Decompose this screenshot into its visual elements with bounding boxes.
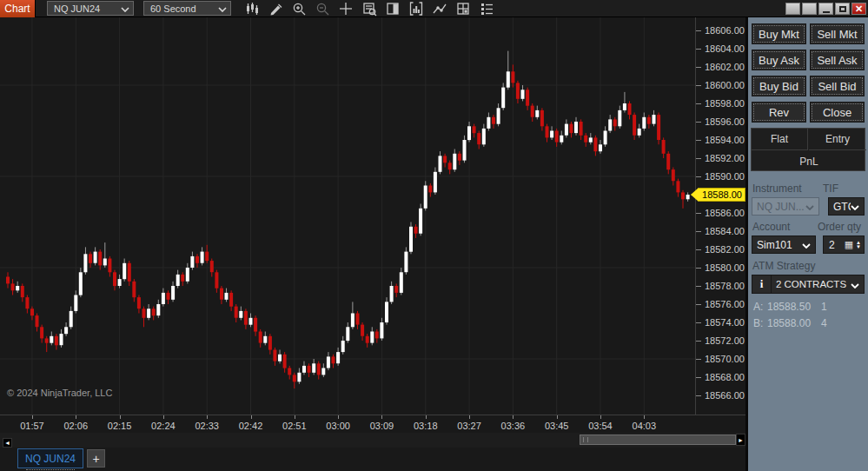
price-tick — [696, 304, 701, 305]
time-tick-label: 03:27 — [450, 421, 488, 431]
price-tick — [696, 30, 701, 31]
sell-mkt-button[interactable]: Sell Mkt — [810, 23, 865, 44]
ask-prefix: A: — [753, 301, 767, 313]
rev-button[interactable]: Rev — [752, 102, 806, 123]
tif-dropdown[interactable]: GTC — [828, 197, 865, 216]
atm-strategy-value: 2 CONTRACTS — [772, 279, 851, 289]
price-tick-label: 18598.00 — [705, 98, 745, 109]
tif-label: TIF — [823, 182, 838, 195]
data-box-icon[interactable] — [361, 1, 378, 17]
maximize-icon[interactable] — [835, 3, 850, 15]
atm-strategy-label: ATM Strategy — [752, 260, 815, 272]
add-tab-button[interactable]: + — [87, 449, 105, 468]
price-tick-label: 18590.00 — [705, 171, 745, 182]
price-tick — [696, 140, 701, 141]
panel-instrument-dropdown[interactable]: NQ JUN... — [752, 197, 819, 216]
interval-dropdown[interactable]: 60 Second — [143, 1, 231, 16]
time-tick-label: 02:42 — [232, 421, 270, 431]
instrument-dropdown[interactable]: NQ JUN24 — [47, 1, 134, 16]
time-tick — [513, 415, 514, 419]
time-tick-label: 03:45 — [538, 421, 576, 431]
toolbar-icons — [243, 1, 495, 17]
window-tab-button-1[interactable] — [785, 3, 800, 15]
time-tick-label: 03:00 — [319, 421, 357, 431]
zoom-out-icon[interactable] — [314, 1, 331, 17]
sell-ask-button[interactable]: Sell Ask — [810, 50, 865, 70]
price-tick — [696, 103, 701, 104]
chevron-down-icon — [851, 201, 859, 213]
chart-scrollbar: ◄ ► — [0, 433, 745, 448]
flat-button[interactable]: Flat — [752, 129, 808, 150]
price-axis[interactable]: 18566.0018568.0018570.0018572.0018574.00… — [695, 17, 745, 415]
ask-size: 1 — [821, 301, 827, 313]
buy-bid-button[interactable]: Buy Bid — [752, 76, 806, 96]
price-tick — [696, 322, 701, 323]
grid-icon[interactable] — [454, 1, 472, 17]
indicators-icon[interactable] — [407, 1, 425, 17]
time-tick-label: 03:18 — [407, 421, 445, 431]
crosshair-icon[interactable] — [337, 1, 354, 17]
drawing-tools-icon[interactable] — [431, 1, 448, 17]
chart-plot-area[interactable]: © 2024 NinjaTrader, LLC — [0, 17, 695, 415]
close-icon[interactable]: ✕ — [851, 3, 866, 15]
price-tick-label: 18586.00 — [705, 208, 745, 218]
time-tick — [207, 415, 208, 419]
chart-trader-icon[interactable] — [384, 1, 401, 17]
time-tick — [381, 415, 382, 419]
scroll-right-icon[interactable]: ► — [736, 434, 745, 446]
price-tick-label: 18574.00 — [705, 317, 745, 328]
buy-mkt-button[interactable]: Buy Mkt — [752, 23, 806, 44]
price-tick — [696, 286, 701, 287]
price-tick-label: 18594.00 — [705, 135, 745, 145]
minimize-icon[interactable] — [818, 3, 833, 15]
time-tick-label: 02:24 — [144, 421, 182, 431]
price-tick-label: 18600.00 — [705, 80, 745, 90]
chart-window-tab[interactable]: Chart — [0, 0, 36, 17]
bid-prefix: B: — [753, 317, 767, 329]
entry-button[interactable]: Entry — [809, 129, 866, 150]
tab-nq-jun24[interactable]: NQ JUN24 — [17, 448, 83, 468]
time-axis[interactable]: 01:5702:0602:1502:2402:3302:4202:5103:00… — [0, 415, 745, 433]
price-tick — [696, 213, 701, 214]
price-tick — [696, 231, 701, 232]
buy-ask-button[interactable]: Buy Ask — [752, 50, 806, 70]
time-tick — [644, 415, 645, 419]
instrument-dropdown-value: NQ JUN24 — [54, 3, 116, 14]
interval-dropdown-value: 60 Second — [150, 3, 213, 14]
account-label: Account — [752, 221, 790, 233]
chevron-down-icon — [851, 276, 859, 292]
price-tick — [696, 85, 701, 86]
window-tab-button-2[interactable] — [802, 3, 817, 15]
order-qty-label: Order qty — [818, 221, 861, 233]
time-tick — [76, 415, 76, 419]
price-tick — [696, 359, 701, 360]
time-tick — [251, 415, 252, 419]
time-tick — [32, 415, 33, 419]
tif-value: GTC — [833, 201, 851, 213]
close-button[interactable]: Close — [810, 102, 865, 123]
order-qty-value: 2 — [829, 239, 845, 251]
scroll-left-icon[interactable]: ◄ — [3, 438, 12, 448]
sell-bid-button[interactable]: Sell Bid — [810, 76, 865, 96]
draw-icon[interactable] — [267, 1, 284, 17]
spinner-down-icon[interactable]: ▼ — [856, 245, 861, 249]
chart-style-icon[interactable] — [243, 1, 261, 17]
pnl-button[interactable]: PnL — [752, 151, 866, 172]
scrollbar-thumb[interactable] — [580, 435, 736, 445]
chevron-down-icon — [218, 3, 227, 14]
zoom-in-icon[interactable] — [290, 1, 308, 17]
calculator-icon[interactable]: ▦ — [845, 239, 853, 250]
atm-strategy-dropdown[interactable]: i 2 CONTRACTS — [752, 275, 865, 294]
tab-focus-indicator — [26, 469, 75, 470]
time-tick — [600, 415, 601, 419]
order-qty-stepper[interactable]: 2 ▦ ▲ ▼ — [823, 236, 865, 254]
window-controls: ✕ — [785, 3, 866, 15]
time-tick-label: 02:33 — [188, 421, 226, 431]
data-series-icon[interactable] — [478, 1, 495, 17]
price-tick-label: 18596.00 — [705, 116, 745, 127]
price-tick-label: 18602.00 — [705, 62, 745, 72]
price-tick-label: 18566.00 — [705, 390, 745, 401]
account-dropdown[interactable]: Sim101 — [752, 236, 816, 254]
info-icon[interactable]: i — [752, 275, 772, 293]
price-tick-label: 18580.00 — [705, 262, 745, 273]
